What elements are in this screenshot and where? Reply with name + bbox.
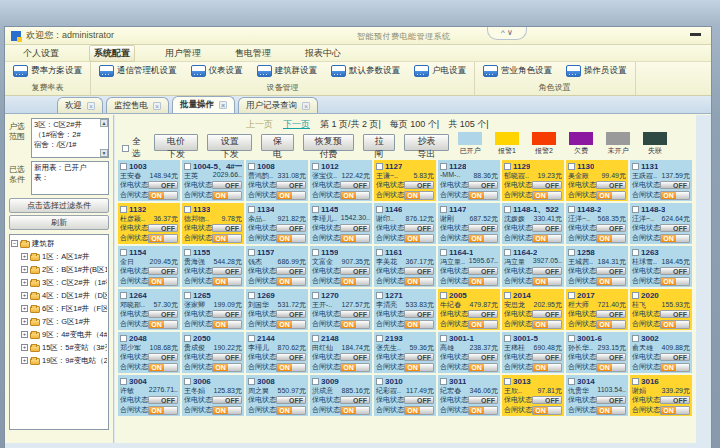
tree-item[interactable]: + 2区：B区1#井(B区1# bbox=[11, 263, 107, 276]
card-checkbox[interactable] bbox=[248, 378, 255, 385]
card-checkbox[interactable] bbox=[376, 292, 383, 299]
hezha-toggle[interactable]: ON bbox=[340, 234, 370, 243]
hezha-toggle[interactable]: ON bbox=[660, 320, 690, 329]
card-checkbox[interactable] bbox=[376, 335, 383, 342]
meter-card[interactable]: 1127 王谦~.. 5.83元 保电状态 OFF 合闸状态 ON bbox=[374, 160, 436, 201]
card-checkbox[interactable] bbox=[312, 206, 319, 213]
baodian-toggle[interactable]: OFF bbox=[532, 181, 562, 189]
meter-card[interactable]: 3001-1 高雄 238.37元 保电状态 OFF 合闸状态 ON bbox=[438, 332, 500, 373]
baodian-toggle[interactable]: OFF bbox=[276, 310, 306, 318]
card-checkbox[interactable] bbox=[184, 378, 191, 385]
action-button[interactable]: 电价下发 bbox=[154, 134, 199, 151]
card-checkbox[interactable] bbox=[120, 206, 127, 213]
baodian-toggle[interactable]: OFF bbox=[340, 267, 370, 275]
card-checkbox[interactable] bbox=[248, 292, 255, 299]
tab-close-icon[interactable]: × bbox=[302, 102, 310, 110]
card-checkbox[interactable] bbox=[376, 249, 383, 256]
baodian-toggle[interactable]: OFF bbox=[212, 267, 242, 275]
baodian-toggle[interactable]: OFF bbox=[148, 310, 178, 318]
baodian-toggle[interactable]: OFF bbox=[212, 224, 242, 232]
expand-icon[interactable]: + bbox=[21, 357, 28, 364]
tree-root[interactable]: − 建筑群 bbox=[11, 237, 107, 250]
prev-page-link[interactable]: 上一页 bbox=[246, 118, 273, 131]
hezha-toggle[interactable]: ON bbox=[468, 320, 498, 329]
tab[interactable]: 欢迎 × bbox=[57, 97, 103, 113]
tab-close-icon[interactable]: × bbox=[219, 101, 227, 109]
meter-card[interactable]: 1147 谢刚 687.52元 保电状态 OFF 合闸状态 ON bbox=[438, 203, 500, 244]
card-checkbox[interactable] bbox=[568, 378, 575, 385]
action-button[interactable]: 恢复预付费 bbox=[303, 134, 354, 151]
hezha-toggle[interactable]: ON bbox=[596, 234, 626, 243]
hezha-toggle[interactable]: ON bbox=[212, 363, 242, 372]
baodian-toggle[interactable]: OFF bbox=[532, 267, 562, 275]
card-checkbox[interactable] bbox=[376, 378, 383, 385]
hezha-toggle[interactable]: ON bbox=[468, 406, 498, 415]
hezha-toggle[interactable]: ON bbox=[660, 406, 690, 415]
baodian-toggle[interactable]: OFF bbox=[596, 224, 626, 232]
baodian-toggle[interactable]: OFF bbox=[596, 267, 626, 275]
meter-card[interactable]: 2014 安思龙 202.95元 保电状态 OFF 合闸状态 ON bbox=[502, 289, 564, 330]
meter-card[interactable]: 1132 杜彦颖.. 36.37元 保电状态 OFF 合闸状态 ON bbox=[118, 203, 180, 244]
baodian-toggle[interactable]: OFF bbox=[276, 181, 306, 189]
meter-card[interactable]: 1008 曹鸿韵.. 331.08元 保电状态 OFF 合闸状态 ON bbox=[246, 160, 308, 201]
hezha-toggle[interactable]: ON bbox=[404, 277, 434, 286]
baodian-toggle[interactable]: OFF bbox=[596, 181, 626, 189]
hezha-toggle[interactable]: ON bbox=[660, 363, 690, 372]
hezha-toggle[interactable]: ON bbox=[212, 191, 242, 200]
hezha-toggle[interactable]: ON bbox=[596, 191, 626, 200]
tab-close-icon[interactable]: × bbox=[153, 102, 161, 110]
card-checkbox[interactable] bbox=[504, 249, 511, 256]
building-tree[interactable]: − 建筑群 + 1区：A区1#井 + 2区：B区1#井(B区1# + 3区：C区… bbox=[9, 234, 109, 430]
card-checkbox[interactable] bbox=[440, 292, 447, 299]
hezha-toggle[interactable]: ON bbox=[148, 277, 178, 286]
baodian-toggle[interactable]: OFF bbox=[340, 181, 370, 189]
baodian-toggle[interactable]: OFF bbox=[468, 353, 498, 361]
baodian-toggle[interactable]: OFF bbox=[148, 224, 178, 232]
meter-card[interactable]: 1157 钱杰 686.99元 保电状态 OFF 合闸状态 ON bbox=[246, 246, 308, 287]
hezha-toggle[interactable]: ON bbox=[532, 234, 562, 243]
action-button[interactable]: 设置下发 bbox=[207, 134, 252, 151]
condition-listbox[interactable]: 新用表：已开户表： bbox=[31, 161, 109, 195]
meter-card[interactable]: 1164-1 冯立量.. 1595.67.. 保电状态 OFF 合闸状态 ON bbox=[438, 246, 500, 287]
hezha-toggle[interactable]: ON bbox=[596, 406, 626, 415]
meter-card[interactable]: 2148 田红仙 184.74元 保电状态 OFF 合闸状态 ON bbox=[310, 332, 372, 373]
hezha-toggle[interactable]: ON bbox=[468, 234, 498, 243]
hezha-toggle[interactable]: ON bbox=[468, 363, 498, 372]
hezha-toggle[interactable]: ON bbox=[404, 406, 434, 415]
baodian-toggle[interactable]: OFF bbox=[468, 267, 498, 275]
ribbon-button[interactable]: 营业角色设置 bbox=[483, 65, 552, 77]
card-checkbox[interactable] bbox=[248, 163, 255, 170]
menu-item[interactable]: 售电管理 bbox=[231, 46, 275, 61]
tab[interactable]: 监控售电 × bbox=[106, 97, 169, 113]
card-checkbox[interactable] bbox=[120, 335, 127, 342]
hezha-toggle[interactable]: ON bbox=[276, 320, 306, 329]
expand-icon[interactable]: + bbox=[21, 266, 28, 273]
meter-card[interactable]: 1148-1、522 沈媛媛 330.41元 保电状态 OFF 合闸状态 ON bbox=[502, 203, 564, 244]
baodian-toggle[interactable]: OFF bbox=[276, 396, 306, 404]
minimize-button[interactable] bbox=[690, 33, 701, 36]
baodian-toggle[interactable]: OFF bbox=[148, 396, 178, 404]
hezha-toggle[interactable]: ON bbox=[404, 320, 434, 329]
baodian-toggle[interactable]: OFF bbox=[468, 396, 498, 404]
meter-card[interactable]: 1012 张宝仪.. 122.42元 保电状态 OFF 合闸状态 ON bbox=[310, 160, 372, 201]
ribbon-button[interactable]: 费率方案设置 bbox=[13, 65, 82, 77]
baodian-toggle[interactable]: OFF bbox=[404, 396, 434, 404]
meter-card[interactable]: 3010 纪彩霞.. 117.49元 保电状态 OFF 合闸状态 ON bbox=[374, 375, 436, 416]
meter-card[interactable]: 1270 王开-.. 127.57元 保电状态 OFF 合闸状态 ON bbox=[310, 289, 372, 330]
card-checkbox[interactable] bbox=[568, 292, 575, 299]
card-checkbox[interactable] bbox=[376, 206, 383, 213]
tree-item[interactable]: + 4区：D区1#井（D区1 bbox=[11, 289, 107, 302]
meter-card[interactable]: 1131 王跃霞.. 137.59元 保电状态 OFF 合闸状态 ON bbox=[630, 160, 692, 201]
meter-card[interactable]: 1145 李瑾儿.. 1542.30.. 保电状态 OFF 合闸状态 ON bbox=[310, 203, 372, 244]
meter-card[interactable]: 1129 郁晓霞.. 19.23元 保电状态 OFF 合闸状态 ON bbox=[502, 160, 564, 201]
hezha-toggle[interactable]: ON bbox=[212, 320, 242, 329]
baodian-toggle[interactable]: OFF bbox=[660, 353, 690, 361]
hezha-toggle[interactable]: ON bbox=[212, 277, 242, 286]
hezha-toggle[interactable]: ON bbox=[212, 406, 242, 415]
baodian-toggle[interactable]: OFF bbox=[340, 310, 370, 318]
ribbon-collapse-control[interactable]: ^ ∨ bbox=[487, 27, 527, 40]
hezha-toggle[interactable]: ON bbox=[660, 277, 690, 286]
card-checkbox[interactable] bbox=[248, 249, 255, 256]
ribbon-button[interactable]: 操作员设置 bbox=[566, 65, 627, 77]
hezha-toggle[interactable]: ON bbox=[148, 406, 178, 415]
